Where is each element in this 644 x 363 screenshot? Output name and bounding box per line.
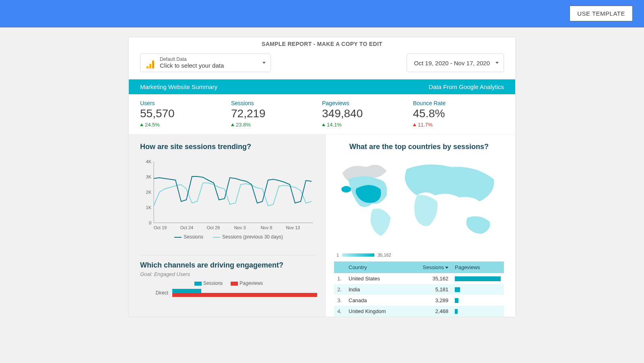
metric-bounce-rate: Bounce Rate 45.8% 11.7% [413, 100, 504, 128]
col-pageviews[interactable]: Pageviews [452, 261, 504, 273]
svg-text:0: 0 [149, 220, 151, 225]
table-row[interactable]: 1. United States 35,162 [334, 273, 504, 284]
table-row[interactable]: 2. India 5,181 [334, 284, 504, 295]
arrow-up-icon [322, 123, 325, 126]
metric-pageviews: Pageviews 349,840 14.1% [322, 100, 413, 128]
metrics-row: Users 55,570 24.5% Sessions 72,219 23.8%… [129, 94, 515, 135]
row-country: India [345, 284, 407, 295]
metric-label: Bounce Rate [413, 100, 504, 106]
row-sessions: 35,162 [407, 273, 452, 284]
metric-value: 55,570 [140, 107, 231, 120]
sample-banner: SAMPLE REPORT - MAKE A COPY TO EDIT [129, 37, 515, 50]
svg-text:1K: 1K [146, 205, 152, 210]
countries-table[interactable]: Country Sessions Pageviews 1. United Sta… [334, 261, 504, 317]
row-index: 2. [334, 284, 345, 295]
map-legend-min: 1 [336, 253, 339, 257]
summary-bar-right: Data From Google Analytics [429, 83, 504, 90]
svg-text:3K: 3K [146, 174, 152, 179]
table-row[interactable]: 4. United Kingdom 2,468 [334, 306, 504, 317]
svg-text:Oct 24: Oct 24 [180, 225, 193, 230]
metric-users: Users 55,570 24.5% [140, 100, 231, 128]
arrow-up-icon [413, 123, 416, 126]
use-template-button[interactable]: USE TEMPLATE [570, 6, 633, 21]
series-current [154, 176, 312, 203]
row-pv-bar [455, 298, 458, 303]
world-map[interactable] [334, 155, 504, 249]
data-selector-labels: Default Data Click to select your data [160, 56, 224, 69]
row-country: United Kingdom [345, 306, 407, 317]
legend-label: Pageviews [239, 280, 263, 286]
metric-delta: 14.1% [322, 122, 413, 128]
row-sessions: 2,468 [407, 306, 452, 317]
col-country[interactable]: Country [345, 261, 407, 273]
selectors-row: Default Data Click to select your data O… [129, 50, 515, 79]
legend-label: Sessions (previous 30 days) [222, 234, 283, 240]
table-row[interactable]: 3. Canada 3,289 [334, 295, 504, 306]
channels-legend: Sessions Pageviews [140, 280, 317, 286]
legend-label: Sessions [184, 234, 203, 240]
data-selector-top-label: Default Data [160, 56, 224, 62]
metric-label: Pageviews [322, 100, 413, 106]
row-index: 3. [334, 295, 345, 306]
channel-bar-sessions [172, 289, 201, 293]
legend-label: Sessions [203, 280, 223, 286]
metric-sessions: Sessions 72,219 23.8% [231, 100, 322, 128]
svg-text:2K: 2K [146, 190, 152, 195]
sort-desc-icon [445, 267, 448, 269]
summary-bar-left: Marketing Website Summary [140, 83, 217, 90]
body-columns: How are site sessions trending? 4K 3K 2K… [129, 135, 515, 317]
row-sessions: 5,181 [407, 284, 452, 295]
metric-label: Sessions [231, 100, 322, 106]
col-sessions[interactable]: Sessions [407, 261, 452, 273]
svg-point-13 [341, 186, 351, 193]
sessions-trend-chart[interactable]: 4K 3K 2K 1K 0 Oct 19 Oct 24 Oct 29 [140, 155, 317, 248]
countries-title: What are the top countries by sessions? [334, 143, 504, 151]
report-canvas: SAMPLE REPORT - MAKE A COPY TO EDIT Defa… [129, 37, 515, 317]
channels-title: Which channels are driving engagement? [140, 261, 317, 270]
legend-swatch-prev [213, 237, 220, 238]
row-country: United States [345, 273, 407, 284]
channel-row-direct: Direct [140, 288, 317, 297]
svg-text:Oct 19: Oct 19 [154, 225, 167, 230]
row-pv-bar [455, 276, 501, 281]
row-sessions: 3,289 [407, 295, 452, 306]
summary-bar: Marketing Website Summary Data From Goog… [129, 79, 515, 94]
date-range-label: Oct 19, 2020 - Nov 17, 2020 [414, 60, 490, 66]
arrow-up-icon [140, 123, 143, 126]
data-source-selector[interactable]: Default Data Click to select your data [140, 54, 271, 72]
line-chart-legend: Sessions Sessions (previous 30 days) [140, 234, 317, 240]
sessions-trend-title: How are site sessions trending? [140, 143, 317, 151]
chevron-down-icon [262, 62, 266, 64]
metric-value: 72,219 [231, 107, 322, 120]
svg-text:Nov 13: Nov 13 [286, 225, 300, 230]
metric-delta: 23.8% [231, 122, 322, 128]
left-column: How are site sessions trending? 4K 3K 2K… [129, 135, 326, 317]
analytics-icon [144, 57, 156, 68]
row-index: 4. [334, 306, 345, 317]
metric-delta: 11.7% [413, 122, 504, 128]
legend-swatch-sessions [174, 237, 182, 238]
arrow-up-icon [231, 123, 234, 126]
date-range-selector[interactable]: Oct 19, 2020 - Nov 17, 2020 [407, 54, 504, 72]
line-chart-svg: 4K 3K 2K 1K 0 Oct 19 Oct 24 Oct 29 [140, 158, 317, 230]
metric-delta: 24.5% [140, 122, 231, 128]
row-country: Canada [345, 295, 407, 306]
metric-label: Users [140, 100, 231, 106]
app-header: USE TEMPLATE [0, 0, 644, 27]
legend-swatch-pageviews [231, 282, 238, 286]
metric-value: 45.8% [413, 107, 504, 120]
map-legend: 1 35,162 [334, 253, 504, 257]
legend-swatch-sessions [194, 282, 202, 286]
data-selector-bottom-label: Click to select your data [160, 62, 224, 69]
world-map-svg [334, 155, 504, 248]
metric-value: 349,840 [322, 107, 413, 120]
channel-label: Direct [140, 290, 172, 296]
channels-subtitle: Goal: Engaged Users [140, 271, 317, 277]
map-gradient-bar [342, 253, 374, 257]
row-pv-bar [455, 287, 460, 292]
chevron-down-icon [495, 62, 499, 64]
right-column: What are the top countries by sessions? … [326, 135, 515, 317]
svg-text:Oct 29: Oct 29 [207, 225, 220, 230]
channel-bar-pageviews [172, 293, 317, 297]
channel-bars [172, 289, 317, 297]
